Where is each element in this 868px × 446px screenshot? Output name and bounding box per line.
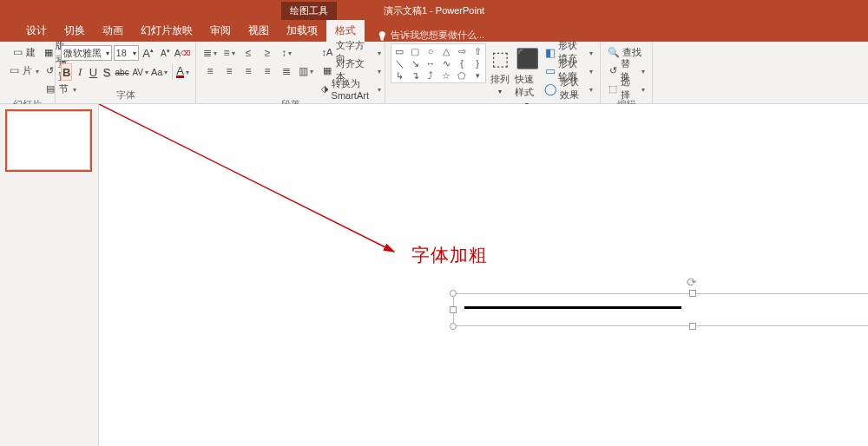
section-icon: ▤ bbox=[44, 82, 56, 95]
resize-handle-b[interactable] bbox=[689, 323, 696, 330]
tab-slideshow[interactable]: 幻灯片放映 bbox=[132, 20, 201, 42]
slide-thumbnail-1[interactable] bbox=[7, 111, 90, 170]
direction-icon: ↕A bbox=[321, 46, 333, 58]
tab-view[interactable]: 视图 bbox=[240, 20, 278, 42]
slide-icon: ▭ bbox=[7, 63, 21, 77]
align-center-button[interactable]: ≡ bbox=[220, 63, 238, 79]
change-case-button[interactable]: Aa bbox=[151, 63, 168, 81]
quick-styles-button[interactable]: ⬛ 快速样式 ▾ bbox=[515, 43, 540, 108]
find-icon bbox=[608, 46, 620, 58]
arrange-icon: ⬚ bbox=[488, 47, 512, 71]
tab-review[interactable]: 审阅 bbox=[201, 20, 240, 42]
shapes-gallery[interactable]: ▭ ▢ ○ △ ⇨ ⇧ ＼ ↘ ↔ ∿ { } ↳ ↴ bbox=[391, 43, 486, 83]
shape-rrect[interactable]: ▢ bbox=[409, 46, 421, 56]
align-right-button[interactable]: ≡ bbox=[240, 63, 257, 79]
numbering-button[interactable]: ≡ bbox=[220, 45, 238, 61]
shape-effects-button[interactable]: 形状效果 bbox=[543, 80, 595, 97]
group-paragraph: ≣ ≡ ≤ ≥ ↕ ≡ ≡ ≡ ≡ ≣ ▥ ↕A文字方向 ▦对齐文本 bbox=[196, 42, 385, 103]
select-icon bbox=[608, 82, 618, 95]
quick-style-icon: ⬛ bbox=[515, 47, 539, 71]
dec-indent-button[interactable]: ≤ bbox=[240, 45, 257, 61]
arrange-button[interactable]: ⬚ 排列 ▾ bbox=[488, 43, 513, 95]
window-title: 演示文稿1 - PowerPoint bbox=[378, 4, 490, 17]
shape-tri[interactable]: △ bbox=[440, 46, 452, 56]
increase-font-button[interactable]: A▴ bbox=[141, 45, 156, 61]
ribbon: ▭建 ▭片 ▦版式 ↺重置 ▤节 幻灯片 微软雅黑▾ 18▾ A▴ A▾ A⌫ … bbox=[0, 42, 868, 104]
shadow-button[interactable]: S bbox=[101, 63, 112, 81]
annotation-label: 字体加粗 bbox=[411, 243, 488, 267]
shape-lbrace[interactable]: { bbox=[456, 58, 468, 69]
group-editing: 查找 替换 选择 编辑 bbox=[601, 42, 653, 103]
shape-rbrace[interactable]: } bbox=[471, 58, 483, 69]
align-icon: ▦ bbox=[321, 64, 333, 76]
reset-icon: ↺ bbox=[44, 64, 56, 76]
new-slide-top[interactable]: ▭建 bbox=[5, 43, 41, 61]
shape-rect[interactable]: ▭ bbox=[393, 46, 405, 56]
shape-curve[interactable]: ∿ bbox=[440, 58, 452, 69]
line-space-button[interactable]: ↕ bbox=[278, 45, 295, 61]
smartart-icon: ⬗ bbox=[321, 82, 329, 95]
shape-arrow[interactable]: ⇨ bbox=[456, 46, 468, 56]
clear-format-button[interactable]: A⌫ bbox=[174, 45, 190, 61]
layout-icon: ▦ bbox=[44, 46, 53, 58]
tab-design[interactable]: 设计 bbox=[17, 20, 56, 42]
slide-icon: ▭ bbox=[10, 45, 24, 59]
tab-addins[interactable]: 加载项 bbox=[278, 20, 326, 42]
effects-icon bbox=[545, 82, 557, 95]
new-slide-bottom[interactable]: ▭片 bbox=[5, 62, 41, 79]
resize-handle-l[interactable] bbox=[450, 306, 457, 313]
tab-animations[interactable]: 动画 bbox=[94, 20, 132, 42]
distributed-button[interactable]: ≣ bbox=[278, 63, 295, 79]
workspace: 字体加粗 bbox=[0, 104, 868, 446]
shape-more[interactable]: ▾ bbox=[471, 70, 483, 81]
bullets-button[interactable]: ≣ bbox=[201, 45, 219, 61]
ribbon-tabs: 设计 切换 动画 幻灯片放映 审阅 视图 加载项 格式 告诉我您想要做什么... bbox=[0, 21, 868, 42]
font-name-combo[interactable]: 微软雅黑▾ bbox=[61, 45, 112, 61]
italic-button[interactable]: I bbox=[74, 63, 85, 81]
shape-star[interactable]: ☆ bbox=[440, 70, 452, 81]
rotate-handle[interactable] bbox=[687, 275, 699, 287]
resize-handle-bl[interactable] bbox=[450, 323, 457, 330]
slide-canvas[interactable]: 字体加粗 bbox=[99, 104, 868, 446]
text-box-selected[interactable] bbox=[453, 293, 868, 326]
context-tab: 绘图工具 bbox=[281, 2, 337, 20]
align-left-button[interactable]: ≡ bbox=[201, 63, 219, 79]
shape-line[interactable]: ＼ bbox=[393, 58, 405, 69]
bold-button[interactable]: B bbox=[61, 63, 72, 81]
title-bar: 绘图工具 演示文稿1 - PowerPoint bbox=[0, 0, 868, 21]
strike-button[interactable]: abc bbox=[115, 63, 130, 81]
tell-me-placeholder: 告诉我您想要做什么... bbox=[391, 29, 484, 42]
font-size-combo[interactable]: 18▾ bbox=[114, 45, 139, 61]
tell-me-input[interactable]: 告诉我您想要做什么... bbox=[377, 29, 484, 42]
shape-brace[interactable]: ⇧ bbox=[471, 46, 483, 56]
select-button[interactable]: 选择 bbox=[606, 80, 647, 97]
slide-thumbnail-panel bbox=[0, 104, 99, 446]
underline-button[interactable]: U bbox=[88, 63, 99, 81]
group-label-font: 字体 bbox=[61, 88, 190, 103]
separator bbox=[172, 64, 173, 80]
svg-line-0 bbox=[99, 104, 394, 252]
spacing-button[interactable]: AV bbox=[132, 63, 149, 81]
decrease-font-button[interactable]: A▾ bbox=[157, 45, 173, 61]
shape-conn1[interactable]: ↳ bbox=[393, 70, 405, 81]
shape-oval[interactable]: ○ bbox=[424, 46, 437, 56]
columns-button[interactable]: ▥ bbox=[297, 63, 314, 79]
justify-button[interactable]: ≡ bbox=[259, 63, 276, 79]
outline-icon bbox=[545, 64, 556, 76]
fill-icon bbox=[545, 46, 556, 58]
group-font: 微软雅黑▾ 18▾ A▴ A▾ A⌫ B I U S abc AV Aa A 字… bbox=[56, 42, 196, 103]
group-drawing: ▭ ▢ ○ △ ⇨ ⇧ ＼ ↘ ↔ ∿ { } ↳ ↴ bbox=[385, 42, 601, 103]
smartart-button[interactable]: ⬗转换为 SmartArt bbox=[319, 80, 383, 97]
shape-arrowdbl[interactable]: ↔ bbox=[424, 58, 437, 69]
resize-handle-tl[interactable] bbox=[450, 290, 457, 297]
resize-handle-t[interactable] bbox=[689, 290, 696, 297]
annotation-arrow bbox=[99, 104, 868, 446]
group-slides: ▭建 ▭片 ▦版式 ↺重置 ▤节 幻灯片 bbox=[0, 42, 56, 103]
inc-indent-button[interactable]: ≥ bbox=[259, 45, 276, 61]
shape-conn3[interactable]: ⤴ bbox=[424, 70, 437, 81]
shape-arrowline[interactable]: ↘ bbox=[409, 58, 421, 69]
font-color-button[interactable]: A bbox=[175, 63, 190, 81]
shape-conn2[interactable]: ↴ bbox=[409, 70, 421, 81]
shape-callout[interactable]: ⬠ bbox=[456, 70, 468, 81]
lightbulb-icon bbox=[377, 30, 387, 41]
